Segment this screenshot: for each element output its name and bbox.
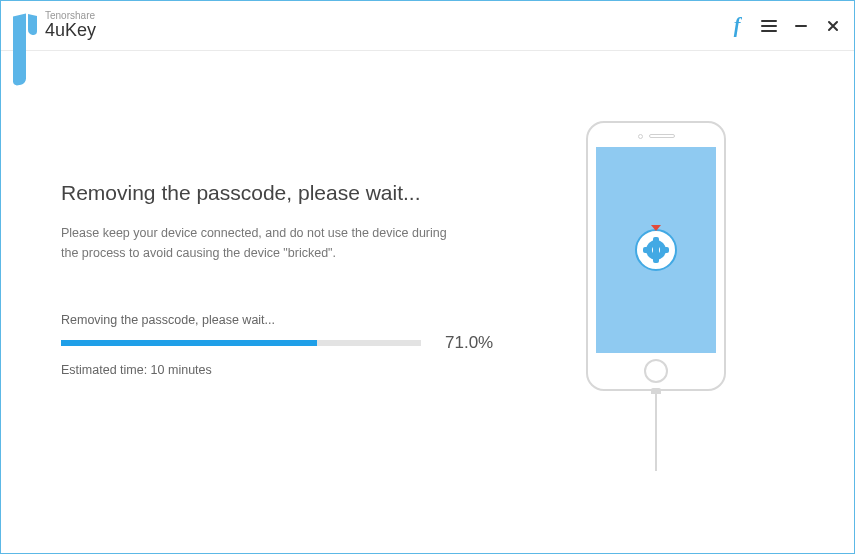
phone-illustration <box>586 121 726 391</box>
logo-text: Tenorshare 4uKey <box>45 11 96 41</box>
titlebar: Tenorshare 4uKey f <box>1 1 854 51</box>
minimize-button[interactable] <box>792 17 810 35</box>
window-controls: f <box>728 17 842 35</box>
app-window: Tenorshare 4uKey f Removing the passcode… <box>0 0 855 554</box>
logo-icon <box>13 15 37 39</box>
phone-screen-icon <box>596 147 716 353</box>
estimate-text: Estimated time: 10 minutes <box>61 363 511 377</box>
gear-badge-icon <box>635 229 677 271</box>
close-button[interactable] <box>824 17 842 35</box>
facebook-icon[interactable]: f <box>728 17 746 35</box>
progress-row: 71.0% <box>61 333 511 353</box>
main-content: Removing the passcode, please wait... Pl… <box>1 51 854 553</box>
device-pane <box>551 111 761 523</box>
product-label: 4uKey <box>45 21 96 41</box>
progress-bar-fill <box>61 340 317 346</box>
menu-icon[interactable] <box>760 17 778 35</box>
app-logo: Tenorshare 4uKey <box>13 11 96 41</box>
progress-bar <box>61 340 421 346</box>
cable-icon <box>655 391 657 471</box>
page-title: Removing the passcode, please wait... <box>61 181 511 205</box>
progress-pane: Removing the passcode, please wait... Pl… <box>61 111 521 523</box>
progress-percent: 71.0% <box>445 333 493 353</box>
progress-label: Removing the passcode, please wait... <box>61 313 511 327</box>
instruction-text: Please keep your device connected, and d… <box>61 223 461 263</box>
home-button-icon <box>644 359 668 383</box>
phone-top-icon <box>638 131 675 141</box>
